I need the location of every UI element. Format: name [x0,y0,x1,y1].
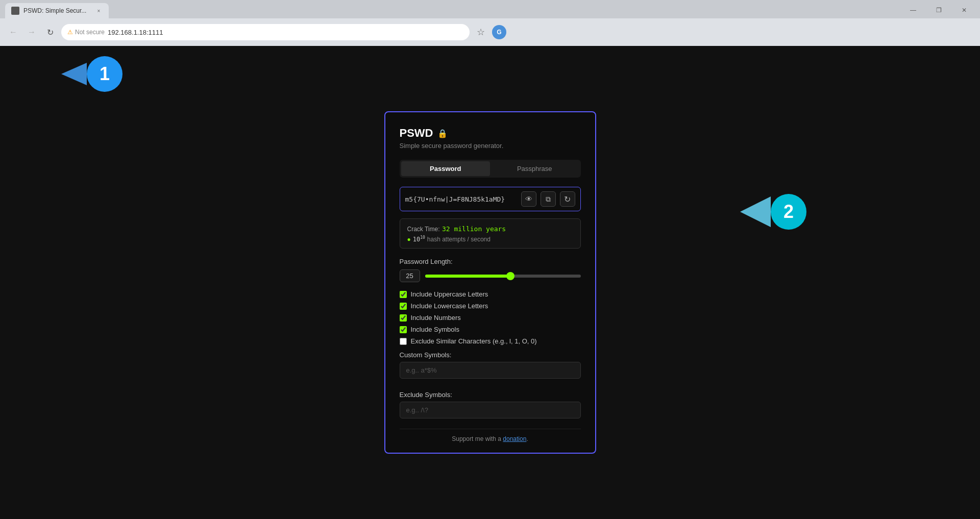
address-bar[interactable]: ⚠ Not secure 192.168.1.18:1111 [61,24,470,40]
card-footer: Support me with a donation. [400,429,581,442]
not-secure-label: Not secure [75,29,105,36]
lowercase-checkbox[interactable] [400,303,407,310]
app-header: PSWD 🔒 Simple secure password generator. [400,127,581,150]
eye-icon: 👁 [525,195,532,203]
exclude-symbols-section: Exclude Symbols: [400,391,581,425]
tab-title: PSWD: Simple Secur... [23,7,86,14]
profile-button[interactable]: G [492,25,506,39]
app-subtitle: Simple secure password generator. [400,142,581,150]
footer-text-end: . [526,435,528,442]
browser-tab[interactable]: PSWD: Simple Secur... × [5,3,109,18]
back-button[interactable]: ← [6,25,20,39]
crack-time-row: Crack Time: 32 million years [407,224,573,233]
tab-switcher: Password Passphrase [400,160,581,178]
exclude-similar-row: Exclude Similar Characters (e.g., l, 1, … [400,337,581,345]
slider-fill [425,275,511,278]
warning-icon: ⚠ [67,29,73,36]
slider-thumb [506,272,514,280]
bullet-icon: ● [407,236,411,243]
symbols-checkbox[interactable] [400,326,407,333]
lowercase-label: Include Lowercase Letters [411,302,488,310]
custom-symbols-section: Custom Symbols: [400,351,581,385]
regenerate-button[interactable]: ↻ [560,191,575,207]
uppercase-checkbox[interactable] [400,291,407,298]
annotation-2-circle: 2 [771,194,806,230]
custom-symbols-label: Custom Symbols: [400,351,581,359]
annotation-1: 1 [61,56,122,92]
hash-suffix: hash attempts / second [427,236,491,243]
donation-link[interactable]: donation [503,435,526,442]
url-text: 192.168.1.18:1111 [108,29,163,36]
password-length-label: Password Length: [400,258,581,265]
tab-passphrase[interactable]: Passphrase [490,161,579,176]
lock-icon: 🔒 [437,129,448,138]
crack-time-box: Crack Time: 32 million years ● 1010 hash… [400,218,581,249]
copy-icon: ⧉ [546,195,551,204]
exclude-similar-label: Exclude Similar Characters (e.g., l, 1, … [411,337,537,345]
custom-symbols-input[interactable] [400,362,581,379]
crack-time-label: Crack Time: [407,226,440,233]
length-value: 25 [400,269,420,282]
password-display: m5{7U•nfnw|J=F8NJ85k1aMD} 👁 ⧉ ↻ [400,187,581,211]
refresh-icon: ↻ [564,194,571,204]
options-section: Include Uppercase Letters Include Lowerc… [400,290,581,345]
maximize-button[interactable]: ❐ [927,2,950,18]
exclude-similar-checkbox[interactable] [400,338,407,345]
annotation-2-arrow [740,196,771,227]
bookmark-button[interactable]: ☆ [474,25,488,39]
annotation-2: 2 [740,194,806,230]
password-length-section: Password Length: 25 [400,258,581,282]
tab-close-button[interactable]: × [94,7,103,15]
toggle-visibility-button[interactable]: 👁 [521,191,536,207]
lowercase-row: Include Lowercase Letters [400,302,581,310]
password-generator-card: PSWD 🔒 Simple secure password generator.… [384,111,596,454]
close-button[interactable]: ✕ [952,2,976,18]
app-title-text: PSWD [400,127,433,140]
forward-button[interactable]: → [24,25,39,39]
nav-bar: ← → ↻ ⚠ Not secure 192.168.1.18:1111 ☆ G [0,18,980,46]
numbers-checkbox[interactable] [400,314,407,322]
browser-chrome: PSWD: Simple Secur... × — ❐ ✕ ← → ↻ ⚠ No… [0,0,980,46]
uppercase-row: Include Uppercase Letters [400,290,581,298]
length-row: 25 [400,269,581,282]
footer-text: Support me with a [452,435,503,442]
tab-password[interactable]: Password [401,161,491,176]
annotation-1-arrow [61,63,87,85]
slider-wrapper [425,275,581,278]
password-value: m5{7U•nfnw|J=F8NJ85k1aMD} [405,195,517,203]
tab-bar: PSWD: Simple Secur... × — ❐ ✕ [0,0,980,18]
copy-button[interactable]: ⧉ [541,191,556,207]
symbols-row: Include Symbols [400,326,581,333]
uppercase-label: Include Uppercase Letters [411,290,488,298]
not-secure-indicator: ⚠ Not secure [67,29,105,36]
reload-button[interactable]: ↻ [43,25,57,39]
tab-favicon [11,7,19,15]
page-content: 1 2 PSWD 🔒 Simple secure password genera… [0,46,980,519]
symbols-label: Include Symbols [411,326,459,333]
exclude-symbols-label: Exclude Symbols: [400,391,581,399]
minimize-button[interactable]: — [901,2,925,18]
window-controls: — ❐ ✕ [901,2,980,18]
hash-attempts-row: ● 1010 hash attempts / second [407,235,573,243]
numbers-label: Include Numbers [411,314,461,322]
crack-time-value: 32 million years [442,225,506,233]
annotation-1-circle: 1 [87,56,122,92]
hash-number: 1010 [413,235,425,243]
app-title-row: PSWD 🔒 [400,127,581,140]
numbers-row: Include Numbers [400,314,581,322]
exclude-symbols-input[interactable] [400,402,581,418]
slider-track [425,275,581,278]
